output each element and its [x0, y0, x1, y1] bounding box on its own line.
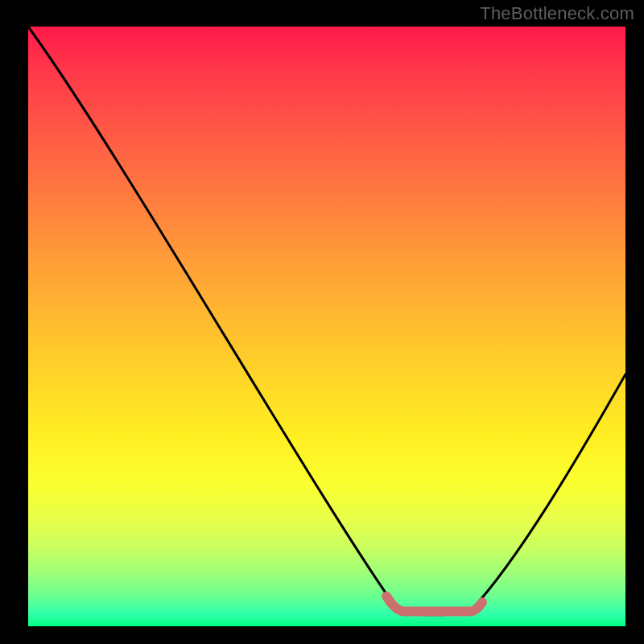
main-curve [28, 27, 625, 615]
valley-highlight [386, 597, 482, 612]
chart-stage: TheBottleneck.com [0, 0, 644, 644]
watermark-text: TheBottleneck.com [480, 3, 634, 24]
curve-layer [0, 0, 644, 644]
